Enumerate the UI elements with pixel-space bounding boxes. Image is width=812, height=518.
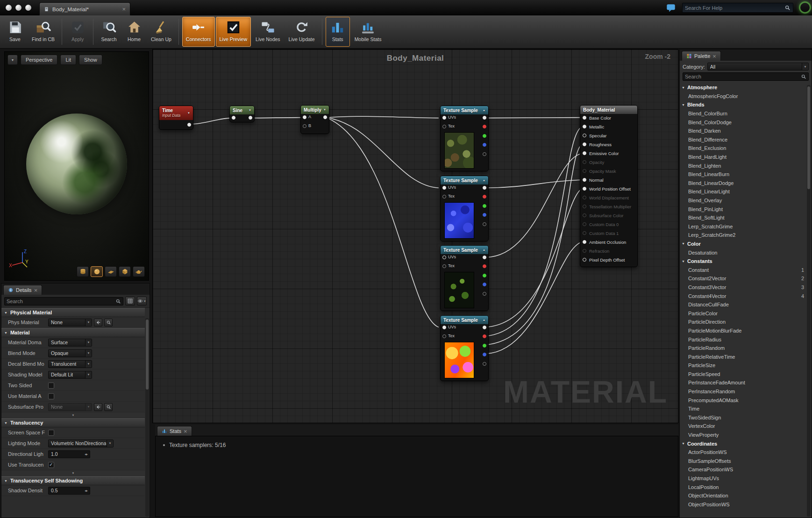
reset-to-default-button[interactable]: [94, 319, 102, 326]
input-pin[interactable]: [583, 196, 586, 199]
palette-item[interactable]: Constant3Vector3: [681, 283, 807, 292]
category-filter-dropdown[interactable]: All ▼: [707, 63, 809, 71]
palette-item[interactable]: ParticleRandom: [681, 344, 807, 353]
palette-item[interactable]: Blend_SoftLight: [681, 213, 807, 222]
rgb-output-pin[interactable]: [483, 326, 486, 329]
search-button[interactable]: Search: [97, 17, 121, 47]
section-header[interactable]: ▼Physical Material: [1, 308, 145, 317]
live-update-button[interactable]: Live Update: [285, 17, 319, 47]
texture-sample-node[interactable]: Texture Sample▲UVsTex: [440, 106, 489, 171]
viewport-show-button[interactable]: Show: [79, 55, 102, 65]
palette-item[interactable]: PerInstanceRandom: [681, 387, 807, 396]
b-output-pin[interactable]: [483, 283, 486, 286]
input-pin[interactable]: [583, 116, 586, 120]
palette-item[interactable]: ParticleMotionBlurFade: [681, 326, 807, 335]
b-output-pin[interactable]: [483, 143, 486, 147]
reset-to-default-button[interactable]: [94, 403, 102, 411]
document-tab[interactable]: Body_Material* ×: [39, 2, 130, 15]
palette-item[interactable]: Blend_Difference: [681, 135, 807, 144]
property-dropdown[interactable]: Volumetric NonDirectiona▼: [48, 440, 114, 447]
palette-item[interactable]: Lerp_ScratchGrime2: [681, 231, 807, 240]
shape-sphere-button[interactable]: [91, 266, 103, 277]
b-output-pin[interactable]: [483, 213, 486, 217]
view-options-button[interactable]: ▼: [137, 297, 147, 305]
texture-sample-node[interactable]: Texture Sample▲UVsTex: [440, 176, 489, 241]
mobile-stats-button[interactable]: Mobile Stats: [351, 17, 385, 47]
tex-input-pin[interactable]: [442, 334, 446, 338]
preview-viewport[interactable]: ▼ PerspectiveLitShow X Z Y: [4, 51, 149, 281]
material-pin-row[interactable]: Normal: [580, 176, 637, 185]
palette-item[interactable]: Time: [681, 404, 807, 413]
palette-item[interactable]: Blend_LinearDodge: [681, 179, 807, 188]
node-header[interactable]: TimeInput Data▼: [159, 106, 193, 120]
material-pin-row[interactable]: Opacity Mask: [580, 167, 637, 176]
palette-item[interactable]: ParticleSize: [681, 361, 807, 370]
a-output-pin[interactable]: [483, 152, 486, 156]
checkbox[interactable]: ✓: [48, 462, 54, 468]
connectors-button[interactable]: Connectors: [182, 17, 215, 47]
b-input-pin[interactable]: [303, 124, 306, 128]
shape-cube-button[interactable]: [119, 266, 131, 277]
palette-item[interactable]: AtmosphericFogColor: [681, 92, 807, 101]
window-minimize-button[interactable]: [15, 5, 21, 11]
tab-details[interactable]: Details ×: [3, 285, 42, 295]
details-search-box[interactable]: [4, 297, 123, 305]
shape-teapot-button[interactable]: [133, 266, 145, 277]
close-icon[interactable]: ×: [34, 287, 38, 293]
input-pin[interactable]: [583, 231, 586, 235]
material-pin-row[interactable]: Subsurface Color: [580, 212, 637, 220]
material-pin-row[interactable]: Emissive Color: [580, 149, 637, 158]
palette-item[interactable]: ActorPositionWS: [681, 448, 807, 457]
shape-plane-button[interactable]: [105, 266, 117, 277]
output-pin[interactable]: [187, 123, 191, 127]
shape-cylinder-button[interactable]: [77, 266, 89, 277]
feedback-bubble-icon[interactable]: [665, 3, 677, 13]
tex-input-pin[interactable]: [442, 264, 446, 268]
palette-item[interactable]: ObjectPositionWS: [681, 500, 807, 509]
input-pin[interactable]: [583, 134, 586, 137]
viewport-lit-button[interactable]: Lit: [60, 55, 76, 65]
palette-item[interactable]: TwoSidedSign: [681, 413, 807, 422]
palette-category[interactable]: ▼Atmosphere: [681, 83, 807, 92]
material-pin-row[interactable]: Refraction: [580, 247, 637, 256]
a-output-pin[interactable]: [483, 292, 486, 296]
rgb-output-pin[interactable]: [483, 116, 486, 120]
g-output-pin[interactable]: [483, 274, 486, 277]
details-search-input[interactable]: [7, 298, 114, 304]
tex-input-pin[interactable]: [442, 125, 446, 128]
stats-button[interactable]: Stats: [326, 17, 350, 47]
input-pin[interactable]: [583, 151, 586, 155]
apply-button[interactable]: Apply: [65, 17, 90, 47]
property-matrix-button[interactable]: [125, 297, 135, 305]
help-search-input[interactable]: [685, 5, 783, 11]
property-dropdown[interactable]: None▼: [48, 403, 92, 411]
section-header[interactable]: ▼Material: [1, 328, 145, 337]
palette-item[interactable]: VertexColor: [681, 422, 807, 431]
close-icon[interactable]: ×: [712, 53, 716, 59]
g-output-pin[interactable]: [483, 134, 486, 138]
save-button[interactable]: Save: [3, 17, 27, 47]
palette-item[interactable]: ObjectOrientation: [681, 491, 807, 500]
details-scrollbar[interactable]: [145, 318, 149, 517]
a-output-pin[interactable]: [483, 362, 486, 366]
input-pin[interactable]: [583, 125, 586, 128]
palette-item[interactable]: DistanceCullFade: [681, 300, 807, 309]
r-output-pin[interactable]: [483, 125, 486, 128]
window-close-button[interactable]: [6, 5, 12, 11]
node-header[interactable]: Texture Sample▲: [441, 106, 488, 114]
palette-item[interactable]: Blend_Darken: [681, 127, 807, 135]
palette-item[interactable]: Blend_Lighten: [681, 161, 807, 170]
material-pin-row[interactable]: World Position Offset: [580, 185, 637, 194]
uvs-input-pin[interactable]: [442, 326, 446, 329]
viewport-options-button[interactable]: ▼: [7, 55, 18, 65]
a-output-pin[interactable]: [483, 222, 486, 226]
material-pin-row[interactable]: Metallic: [580, 123, 637, 132]
palette-item[interactable]: Constant2Vector2: [681, 274, 807, 283]
node-header[interactable]: Texture Sample▲: [441, 176, 488, 184]
tab-palette[interactable]: Palette ×: [682, 51, 721, 61]
output-pin[interactable]: [323, 115, 327, 119]
clean-up-button[interactable]: Clean Up: [147, 17, 175, 47]
input-pin[interactable]: [583, 205, 586, 208]
property-dropdown[interactable]: None▼: [48, 319, 92, 326]
palette-item[interactable]: Blend_LinearBurn: [681, 170, 807, 179]
